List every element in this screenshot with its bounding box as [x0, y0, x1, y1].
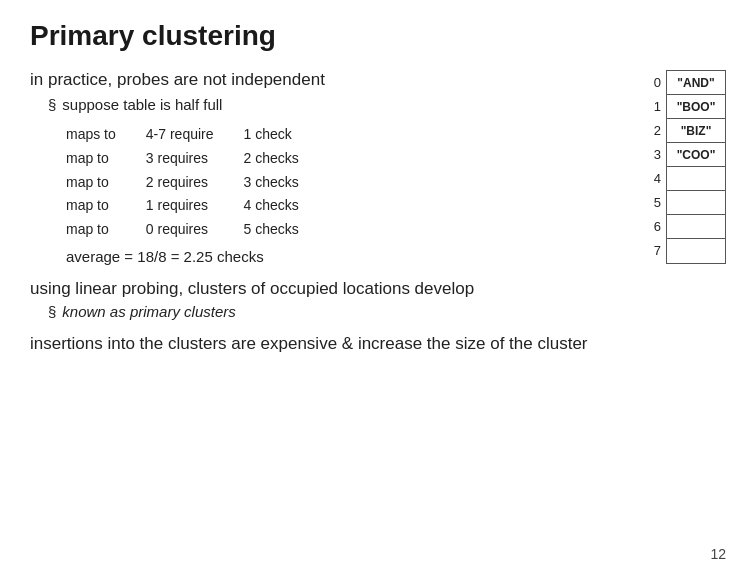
cell-4 [667, 167, 725, 191]
intro-line: in practice, probes are not independent [30, 70, 614, 90]
idx-2: 2 [654, 118, 664, 142]
col3-row4: 4 checks [244, 194, 299, 218]
col-maps: maps to map to map to map to map to [66, 123, 116, 242]
idx-1: 1 [654, 94, 664, 118]
section-insertions: insertions into the clusters are expensi… [30, 334, 726, 354]
hash-cells: "AND" "BOO" "BIZ" "COO" [666, 70, 726, 264]
col1-row5: map to [66, 218, 116, 242]
section2-bullet: known as primary clusters [62, 303, 235, 320]
section3-line: insertions into the clusters are expensi… [30, 334, 726, 354]
idx-6: 6 [654, 214, 664, 238]
col3-row3: 3 checks [244, 171, 299, 195]
idx-7: 7 [654, 238, 664, 262]
table-area: maps to map to map to map to map to 4-7 … [66, 123, 614, 242]
col3-row2: 2 checks [244, 147, 299, 171]
idx-0: 0 [654, 70, 664, 94]
left-content: in practice, probes are not independent … [30, 70, 614, 265]
bullet-symbol-2: § [48, 303, 56, 320]
cell-3: "COO" [667, 143, 725, 167]
bullet-symbol-1: § [48, 96, 56, 113]
main-content: in practice, probes are not independent … [30, 70, 726, 265]
cell-1: "BOO" [667, 95, 725, 119]
bullet-suppose-text: suppose table is half full [62, 96, 222, 113]
idx-5: 5 [654, 190, 664, 214]
section-linear-probing: using linear probing, clusters of occupi… [30, 279, 726, 320]
hash-indices: 0 1 2 3 4 5 6 7 [654, 70, 664, 262]
cell-0: "AND" [667, 71, 725, 95]
cell-7 [667, 239, 725, 263]
section2-line: using linear probing, clusters of occupi… [30, 279, 726, 299]
col1-row3: map to [66, 171, 116, 195]
page-title: Primary clustering [30, 20, 726, 52]
idx-3: 3 [654, 142, 664, 166]
average-line: average = 18/8 = 2.25 checks [66, 248, 614, 265]
col1-row2: map to [66, 147, 116, 171]
sub-bullet-primary: § known as primary clusters [48, 303, 726, 320]
page-number: 12 [710, 546, 726, 562]
col1-row4: map to [66, 194, 116, 218]
cell-5 [667, 191, 725, 215]
col2-row4: 1 requires [146, 194, 214, 218]
hash-table: 0 1 2 3 4 5 6 7 "AND" "BOO" "BIZ" "COO" [654, 70, 726, 264]
col1-row1: maps to [66, 123, 116, 147]
page: Primary clustering in practice, probes a… [0, 0, 756, 576]
col2-row5: 0 requires [146, 218, 214, 242]
cell-6 [667, 215, 725, 239]
col2-row1: 4-7 require [146, 123, 214, 147]
col2-row3: 2 requires [146, 171, 214, 195]
hash-table-container: 0 1 2 3 4 5 6 7 "AND" "BOO" "BIZ" "COO" [654, 70, 726, 264]
bullet-suppose: § suppose table is half full [48, 96, 614, 113]
col-requires: 4-7 require 3 requires 2 requires 1 requ… [146, 123, 214, 242]
col-checks: 1 check 2 checks 3 checks 4 checks 5 che… [244, 123, 299, 242]
col3-row1: 1 check [244, 123, 299, 147]
col2-row2: 3 requires [146, 147, 214, 171]
cell-2: "BIZ" [667, 119, 725, 143]
idx-4: 4 [654, 166, 664, 190]
col3-row5: 5 checks [244, 218, 299, 242]
